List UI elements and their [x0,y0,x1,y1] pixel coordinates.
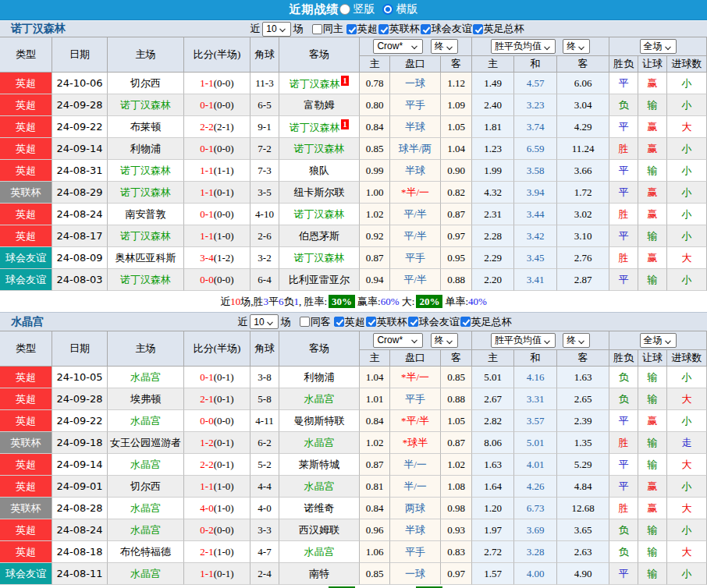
team-link[interactable]: 水晶宫 [130,459,161,470]
league-checkbox[interactable] [378,24,389,34]
wdl-value: 负 [619,99,629,111]
league-checkbox[interactable] [346,24,357,34]
team-link[interactable]: 诺丁汉森林 [294,208,345,220]
same-venue-checkbox[interactable] [312,24,322,34]
table-body: 英超24-10-05水晶宫0-1(0-1)3-8利物浦1.04*半/一0.855… [0,367,707,585]
date-cell: 24-08-31 [52,160,108,182]
team-link[interactable]: 布伦特福德 [120,546,171,558]
odds-company-select[interactable]: Crow* [373,333,423,348]
team-link[interactable]: 水晶宫 [304,437,335,448]
goals-result-value: 小 [682,77,692,89]
handicap-result-cell: 赢 [638,498,667,519]
team-link[interactable]: 诺丁汉森林 [290,78,340,90]
team-link[interactable]: 莱斯特城 [299,459,339,470]
team-link[interactable]: 南特 [309,568,329,579]
league-checkbox[interactable] [366,317,376,327]
team-link[interactable]: 利物浦 [130,143,161,154]
avg-time-select[interactable]: 终 [563,333,590,348]
date-cell: 24-09-18 [52,432,108,454]
team-link[interactable]: 狼队 [309,165,329,176]
team-link[interactable]: 诺丁汉森林 [120,230,171,242]
league-checkbox[interactable] [334,317,344,327]
league-checkbox[interactable] [473,24,483,34]
handicap-cell: 半/一 [390,454,441,476]
team-link[interactable]: 水晶宫 [304,546,335,558]
vertical-radio[interactable] [339,4,350,15]
score-cell: 1-2(0-1) [184,432,250,454]
team-link[interactable]: 切尔西 [130,480,161,492]
score-cell: 3-4(1-2) [184,247,250,269]
team-link[interactable]: 纽卡斯尔联 [294,186,345,198]
layout-option-vertical[interactable]: 竖版 [339,2,375,16]
team-link[interactable]: 水晶宫 [304,480,335,492]
team-link[interactable]: 奥林匹亚科斯 [115,252,176,264]
horizontal-radio[interactable] [382,4,393,15]
avg-draw-cell: 3.74 [514,116,557,138]
avg-type-select[interactable]: 胜平负均值 [491,333,556,348]
scope-select[interactable]: 全场 [640,333,677,348]
team-link[interactable]: 比利亚雷亚尔 [289,274,350,285]
avg-lose-cell: 2.87 [557,269,609,291]
handicap-value: *平/半 [401,415,429,427]
wdl-value: 胜 [619,252,629,264]
team-link[interactable]: 切尔西 [130,77,161,89]
team-link[interactable]: 诺维奇 [304,502,335,514]
league-checkbox[interactable] [460,317,471,327]
home-team-cell: 诺丁汉森林 [108,269,184,291]
team-link[interactable]: 水晶宫 [304,393,335,405]
table-body: 英超24-10-06切尔西1-1(0-0)11-3诺丁汉森林10.78一球1.1… [0,73,707,291]
goals-result-value: 大 [682,546,692,558]
wdl-value: 胜 [619,143,629,154]
avg-type-select[interactable]: 胜平负均值 [491,39,556,54]
avg-draw-cell: 3.44 [514,204,557,225]
recent-games-select[interactable]: 10 [250,314,278,329]
result-cell: 平 [609,73,638,94]
team-link[interactable]: 女王公园巡游者 [110,437,181,448]
avg-draw-cell: 3.23 [514,94,557,116]
team-link[interactable]: 水晶宫 [130,524,161,536]
team-link[interactable]: 曼彻斯特联 [294,415,345,427]
date-cell: 24-08-18 [52,541,108,563]
odds-time-select[interactable]: 终 [431,333,458,348]
away-team-cell: 水晶宫 [279,476,360,498]
team-link[interactable]: 利物浦 [304,371,335,383]
team-link[interactable]: 埃弗顿 [130,393,161,405]
team-link[interactable]: 水晶宫 [130,415,161,427]
result-group-header: 全场 [609,37,707,56]
team-link[interactable]: 富勒姆 [304,99,335,111]
odds-time-select[interactable]: 终 [431,39,458,54]
odds-company-select[interactable]: Crow* [373,39,423,54]
team-link[interactable]: 伯恩茅斯 [299,230,339,242]
avg-time-select[interactable]: 终 [563,39,590,54]
corner-cell: 4-4 [250,476,279,498]
team-link[interactable]: 诺丁汉森林 [294,143,345,154]
team-link[interactable]: 诺丁汉森林 [294,252,345,264]
home-team-cell: 切尔西 [108,476,184,498]
league-checkbox[interactable] [421,24,431,34]
team-link[interactable]: 水晶宫 [130,371,161,383]
team-link[interactable]: 诺丁汉森林 [120,99,171,111]
team-link[interactable]: 诺丁汉森林 [120,274,171,285]
sub-col-header: 主 [472,56,514,73]
team-link[interactable]: 水晶宫 [130,502,161,514]
layout-option-horizontal[interactable]: 横版 [382,2,418,16]
team-link[interactable]: 布莱顿 [130,121,161,133]
team-link[interactable]: 诺丁汉森林 [120,165,171,176]
goals-result-value: 小 [682,415,692,427]
col-header-corner: 角球 [250,331,279,367]
scope-select[interactable]: 全场 [640,39,677,54]
league-checkbox[interactable] [408,317,418,327]
summary-text: , 胜率: [299,295,327,309]
team-link[interactable]: 西汉姆联 [299,524,339,536]
team-link[interactable]: 南安普敦 [126,208,166,220]
avg-lose-cell: 1.72 [557,182,609,204]
team-link[interactable]: 诺丁汉森林 [120,186,171,198]
team-link[interactable]: 水晶宫 [130,568,161,579]
league-filter-group: 英超英联杯球会友谊英足总杯 [346,22,524,36]
recent-games-select[interactable]: 10 [262,22,290,37]
away-team-cell: 水晶宫 [279,541,360,563]
same-venue-checkbox[interactable] [300,317,310,327]
team-link[interactable]: 诺丁汉森林 [290,122,340,133]
date-cell: 24-08-03 [52,269,108,291]
select-value: 胜平负均值 [495,334,542,347]
